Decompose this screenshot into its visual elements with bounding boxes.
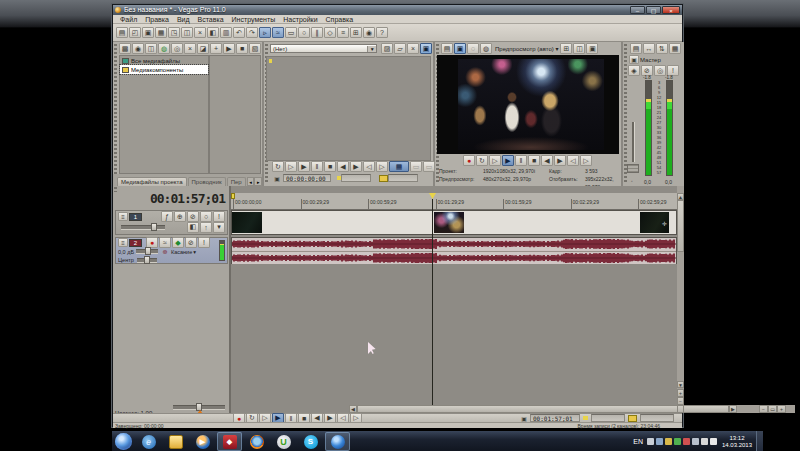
- trimmer-time-display[interactable]: 00:00:00;00: [283, 174, 331, 182]
- paste-icon[interactable]: ▥: [220, 27, 232, 38]
- menu-item-1[interactable]: Файл: [116, 15, 141, 24]
- media-bin-icon[interactable]: ◪: [197, 43, 209, 54]
- track1-alert-icon[interactable]: !: [213, 211, 225, 222]
- preview-go-start-button[interactable]: ◀: [541, 155, 553, 166]
- preview-mode-dropdown[interactable]: Предпросмотр (авто) ▾: [495, 45, 558, 52]
- enable-snapping-icon[interactable]: ∥: [311, 27, 323, 38]
- envelope-edit-tool-icon[interactable]: ≈: [272, 27, 284, 38]
- tray-antivirus-icon[interactable]: [674, 438, 681, 445]
- track-zoom-out-button[interactable]: −: [677, 397, 684, 405]
- new-project-icon[interactable]: ▤: [116, 27, 128, 38]
- close-button[interactable]: ×: [662, 6, 680, 14]
- render-as-icon[interactable]: ◳: [168, 27, 180, 38]
- extract-audio-cd-icon[interactable]: ◎: [171, 43, 183, 54]
- trim-add-marker-button[interactable]: ▭: [410, 161, 422, 172]
- hscroll-thumb[interactable]: [357, 405, 729, 413]
- trim-loop-button[interactable]: ↻: [272, 161, 284, 172]
- tab-explorer[interactable]: Проводник: [188, 177, 226, 186]
- media-stop-icon[interactable]: ■: [236, 43, 248, 54]
- edit-cursor-line[interactable]: [432, 199, 433, 405]
- start-button[interactable]: [115, 433, 132, 450]
- tabs-scroll-right[interactable]: ▸: [254, 177, 262, 186]
- preview-overlay-icon[interactable]: ◌: [467, 43, 479, 54]
- taskbar-vegas-pro[interactable]: ◆: [217, 432, 242, 451]
- event-fx-icon[interactable]: ✛: [662, 220, 667, 227]
- trimmer-preset-dropdown[interactable]: (Нет) ▼: [270, 44, 377, 53]
- automation-mode[interactable]: Касание: [171, 249, 192, 255]
- tray-network-icon[interactable]: [701, 438, 708, 445]
- preview-stop-button[interactable]: ■: [528, 155, 540, 166]
- track1-parent-icon[interactable]: ↑: [200, 222, 212, 233]
- video-event[interactable]: ✛: [231, 210, 677, 235]
- menu-item-5[interactable]: Инструменты: [228, 15, 280, 24]
- audio-track-header[interactable]: ≡ 2 ●≈◆⊘! 0,0 дБ ⊛ Касание ▾ Це: [115, 237, 228, 264]
- trimmer-selection-start[interactable]: [341, 174, 371, 182]
- menu-item-3[interactable]: Вид: [173, 15, 194, 24]
- trim-prev-frame-button[interactable]: ◁: [363, 161, 375, 172]
- trimmer-selection-end[interactable]: [388, 174, 418, 182]
- timeline-vscrollbar[interactable]: ▲ ▼ + −: [677, 186, 684, 413]
- track-menu-icon[interactable]: ≡: [118, 238, 128, 247]
- slider-handle[interactable]: [151, 223, 157, 231]
- preview-play-button[interactable]: ▶: [502, 155, 514, 166]
- publish-icon[interactable]: ◫: [181, 27, 193, 38]
- trim-play-start-button[interactable]: ▷: [285, 161, 297, 172]
- taskbar-utorrent[interactable]: U: [271, 432, 296, 451]
- timeline-hscrollbar[interactable]: ◀ ▶ − ▭ +: [349, 405, 795, 413]
- hscroll-right-arrow[interactable]: ▶: [729, 405, 737, 413]
- taskbar-firefox[interactable]: [244, 432, 269, 451]
- trimmer-delete-icon[interactable]: ×: [407, 43, 419, 54]
- taskbar-windows-explorer[interactable]: [163, 432, 188, 451]
- track1-solo-icon[interactable]: ○: [200, 211, 212, 222]
- media-properties-icon[interactable]: ▩: [119, 43, 131, 54]
- menu-item-6[interactable]: Настройки: [279, 15, 321, 24]
- audio-event[interactable]: [231, 237, 677, 264]
- panel-grip[interactable]: [114, 44, 117, 184]
- import-media-icon[interactable]: ◫: [145, 43, 157, 54]
- selection-start-field[interactable]: [591, 414, 625, 422]
- track1-fx-icon[interactable]: ƒ: [161, 211, 173, 222]
- preview-record-button[interactable]: ●: [463, 155, 475, 166]
- taskbar-skype[interactable]: S: [298, 432, 323, 451]
- track1-mute-icon[interactable]: ⊘: [187, 211, 199, 222]
- tray-audio-icon[interactable]: [692, 438, 699, 445]
- tabs-scroll-left[interactable]: ◂: [247, 177, 255, 186]
- taskbar-browser-globe[interactable]: [325, 432, 350, 451]
- tray-messenger-icon[interactable]: [683, 438, 690, 445]
- new-bin-icon[interactable]: +: [210, 43, 222, 54]
- capture-video-icon[interactable]: ◉: [132, 43, 144, 54]
- preview-loop-button[interactable]: ↻: [476, 155, 488, 166]
- trim-region-in-button[interactable]: ▭: [423, 161, 435, 172]
- timeline-zoom-out-button[interactable]: −: [759, 405, 768, 413]
- trimmer-marker[interactable]: [269, 59, 272, 63]
- interactive-tutorials-icon[interactable]: ◉: [363, 27, 375, 38]
- ignore-grouping-icon[interactable]: ⊞: [350, 27, 362, 38]
- timeline-time-display[interactable]: 00:01:57;01: [113, 191, 225, 207]
- taskbar-clock[interactable]: 13:12 14.03.2013: [722, 435, 752, 449]
- zoom-edit-tool-icon[interactable]: ○: [298, 27, 310, 38]
- master-meter-layout-icon[interactable]: ⇅: [656, 43, 668, 54]
- trim-pause-button[interactable]: ‖: [311, 161, 323, 172]
- trimmer-history-icon[interactable]: ▨: [381, 43, 393, 54]
- undo-icon[interactable]: ↶: [233, 27, 245, 38]
- trimmer-save-icon[interactable]: ▱: [394, 43, 406, 54]
- remove-media-icon[interactable]: ×: [184, 43, 196, 54]
- video-track-number[interactable]: 1: [129, 213, 142, 221]
- preview-video-output-icon[interactable]: ▣: [454, 43, 466, 54]
- redo-icon[interactable]: ↷: [246, 27, 258, 38]
- video-level-slider[interactable]: [121, 225, 165, 230]
- track1-motion-icon[interactable]: ⊕: [174, 211, 186, 222]
- track2-mute-icon[interactable]: ⊘: [185, 237, 197, 248]
- taskbar-media-player[interactable]: ▶: [190, 432, 215, 451]
- media-views-icon[interactable]: ▧: [249, 43, 261, 54]
- language-indicator[interactable]: EN: [633, 438, 643, 445]
- trim-stop-button[interactable]: ■: [324, 161, 336, 172]
- save-icon[interactable]: ▣: [142, 27, 154, 38]
- tray-display-icon[interactable]: [656, 438, 663, 445]
- track-menu-icon[interactable]: ≡: [118, 212, 128, 221]
- master-insert-fx-icon[interactable]: ◈: [628, 65, 640, 76]
- preview-play-start-button[interactable]: ▷: [489, 155, 501, 166]
- help-icon[interactable]: ?: [376, 27, 388, 38]
- taskbar-internet-explorer[interactable]: e: [136, 432, 161, 451]
- preview-go-end-button[interactable]: ▶: [554, 155, 566, 166]
